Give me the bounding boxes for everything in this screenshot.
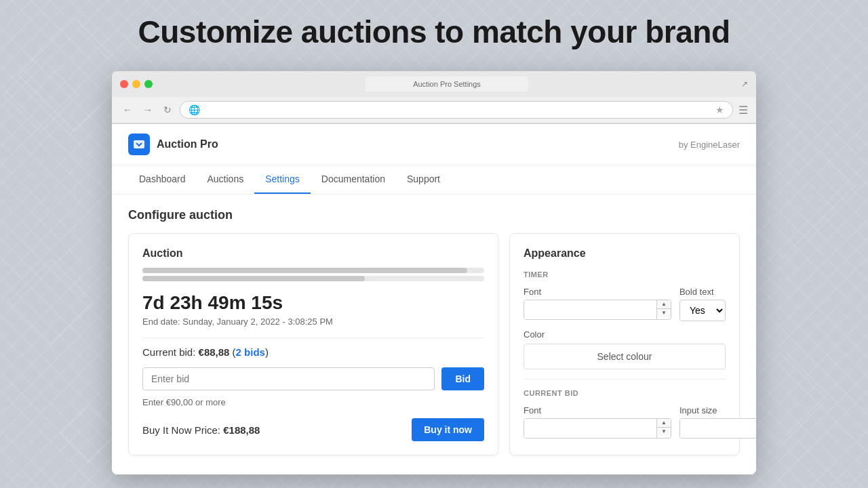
app-header: Auction Pro by EngineLaser — [112, 124, 756, 165]
appearance-panel: Appearance TIMER Font 23 ▲ ▼ — [509, 233, 740, 455]
input-size-spinner: 15 ▲ ▼ — [679, 418, 756, 439]
current-bid-amount: €88,88 — [199, 346, 230, 358]
buy-now-price: €188,88 — [223, 424, 260, 436]
auction-panel-title: Auction — [142, 247, 484, 260]
current-bid-row: Current bid: €88,88 (2 bids) — [142, 346, 484, 358]
buy-now-label: Buy It Now Price: €188,88 — [142, 424, 260, 436]
app-main: Configure auction Auction 7d 23h 49m 15s — [112, 195, 756, 474]
font-spinner-buttons: ▲ ▼ — [656, 300, 671, 319]
app-name: Auction Pro — [157, 138, 218, 150]
app-content: Auction Pro by EngineLaser Dashboard Auc… — [112, 124, 756, 474]
font-group: Font 23 ▲ ▼ — [524, 287, 671, 321]
input-size-label: Input size — [679, 405, 756, 415]
browser-window: Auction Pro Settings ↗ ← → ↻ 🌐 ★ ☰ — [112, 71, 756, 474]
nav-dashboard[interactable]: Dashboard — [128, 165, 197, 194]
font-spinner: 23 ▲ ▼ — [524, 300, 671, 320]
divider-1 — [142, 338, 484, 338]
main-grid: Auction 7d 23h 49m 15s End date: Sunday,… — [128, 233, 740, 455]
input-size-group: Input size 15 ▲ ▼ — [679, 405, 756, 439]
browser-tab-label[interactable]: Auction Pro Settings — [413, 80, 481, 88]
current-bid-font-increment[interactable]: ▲ — [657, 419, 671, 428]
app-by: by EngineLaser — [679, 140, 740, 150]
bid-hint: Enter €90,00 or more — [142, 397, 484, 407]
close-window-button[interactable] — [120, 80, 128, 88]
current-bid-label: Current bid: — [142, 346, 195, 358]
app-logo-icon — [128, 134, 150, 155]
timer-section-label: TIMER — [524, 270, 726, 279]
bids-link[interactable]: 2 bids — [236, 346, 265, 358]
bookmark-button[interactable]: ★ — [715, 104, 724, 115]
expand-button[interactable]: ↗ — [741, 79, 748, 89]
nav-settings[interactable]: Settings — [254, 165, 311, 194]
font-increment[interactable]: ▲ — [657, 300, 671, 309]
current-bid-settings: Font 20 ▲ ▼ Input size — [524, 405, 726, 439]
app-logo: Auction Pro — [128, 134, 218, 155]
browser-menu-button[interactable]: ☰ — [738, 104, 748, 117]
browser-titlebar: Auction Pro Settings ↗ — [112, 71, 756, 97]
minimize-window-button[interactable] — [132, 80, 140, 88]
progress-bar-fill-1 — [142, 268, 467, 273]
auction-panel: Auction 7d 23h 49m 15s End date: Sunday,… — [128, 233, 498, 455]
select-colour-button[interactable]: Select colour — [524, 344, 726, 369]
address-bar[interactable]: 🌐 ★ — [180, 101, 733, 119]
current-bid-font-decrement[interactable]: ▼ — [657, 428, 671, 436]
progress-bar-1 — [142, 268, 484, 273]
forward-button[interactable]: → — [140, 103, 155, 117]
current-bid-font-value[interactable]: 20 — [524, 419, 656, 438]
input-size-value[interactable]: 15 — [680, 419, 756, 438]
configure-title: Configure auction — [128, 208, 740, 222]
app-nav: Dashboard Auctions Settings Documentatio… — [112, 165, 756, 195]
current-bid-section-label: CURRENT BID — [524, 389, 726, 397]
page-headline: Customize auctions to match your brand — [0, 14, 868, 50]
timer-font-row: Font 23 ▲ ▼ Bold text — [524, 287, 726, 321]
font-value[interactable]: 23 — [524, 300, 656, 319]
progress-bar-fill-2 — [142, 276, 365, 281]
bold-text-select[interactable]: Yes No — [679, 300, 726, 321]
current-bid-font-spinner: 20 ▲ ▼ — [524, 418, 671, 439]
browser-toolbar: ← → ↻ 🌐 ★ ☰ — [112, 97, 756, 123]
progress-bars — [142, 268, 484, 281]
globe-icon: 🌐 — [189, 104, 200, 115]
end-date: End date: Sunday, January 2, 2022 - 3:08… — [142, 317, 484, 327]
section-divider — [524, 379, 726, 380]
buy-now-button[interactable]: Buy it now — [412, 418, 484, 441]
maximize-window-button[interactable] — [144, 80, 153, 88]
bold-text-label: Bold text — [679, 287, 726, 297]
buy-now-row: Buy It Now Price: €188,88 Buy it now — [142, 418, 484, 441]
bid-row: Bid — [142, 367, 484, 390]
svg-rect-0 — [134, 140, 144, 148]
current-bid-font-label: Font — [524, 405, 671, 415]
font-decrement[interactable]: ▼ — [657, 309, 671, 317]
nav-support[interactable]: Support — [396, 165, 451, 194]
back-button[interactable]: ← — [120, 103, 135, 117]
bid-input[interactable] — [142, 367, 435, 390]
timer-display: 7d 23h 49m 15s — [142, 292, 484, 314]
reload-button[interactable]: ↻ — [161, 103, 174, 117]
color-group: Color Select colour — [524, 329, 726, 369]
bid-button[interactable]: Bid — [441, 367, 484, 390]
traffic-lights — [120, 80, 153, 88]
color-label: Color — [524, 329, 726, 340]
current-bid-font-group: Font 20 ▲ ▼ — [524, 405, 671, 439]
progress-bar-2 — [142, 276, 484, 281]
browser-chrome: Auction Pro Settings ↗ ← → ↻ 🌐 ★ ☰ — [112, 71, 756, 124]
appearance-title: Appearance — [524, 247, 726, 260]
bold-text-group: Bold text Yes No — [679, 287, 726, 321]
nav-documentation[interactable]: Documentation — [311, 165, 396, 194]
current-bid-font-spinner-buttons: ▲ ▼ — [656, 419, 671, 438]
nav-auctions[interactable]: Auctions — [197, 165, 255, 194]
font-label: Font — [524, 287, 671, 297]
